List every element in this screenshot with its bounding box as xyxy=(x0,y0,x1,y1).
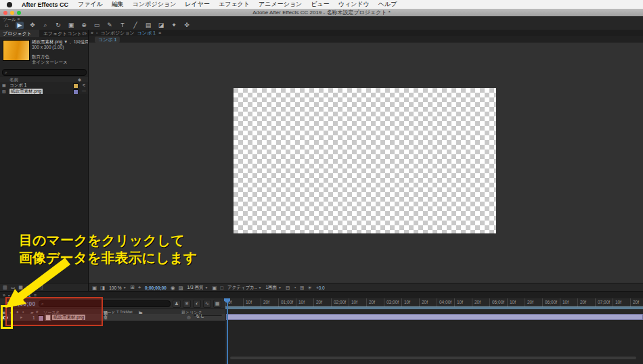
puppet-pin-tool[interactable]: ✜ xyxy=(183,22,191,29)
minimize-window-icon[interactable] xyxy=(10,11,14,15)
snapshot-icon[interactable]: ▣ xyxy=(92,285,97,291)
timeline-header-icons: ♟❄◐∿▦ xyxy=(173,300,221,308)
pan-behind-tool[interactable]: ⊕ xyxy=(80,22,88,29)
tools-panel: ツール ≡ ⌂▶✥⌕↻▣⊕▭✎T╱▤◪✦✜ xyxy=(0,16,643,30)
panel-menu-icon[interactable]: ≡ xyxy=(158,30,161,35)
footage-usage[interactable]: ▼ 、1回使用 xyxy=(64,39,89,44)
parent-pickwhip-icon[interactable]: ◎ xyxy=(187,315,191,320)
project-row-comp[interactable]: ▦ コンポ 1 ⚟ xyxy=(0,82,88,88)
footage-info: 紙吹雪素材.png ▼ 、1回使用 300 x 300 (1.00) 数百万色 … xyxy=(32,39,89,65)
ruler-tick-label: 20f xyxy=(316,300,322,304)
exposure-value[interactable]: +0.0 xyxy=(316,286,325,290)
ruler-tick-label: 05;00f xyxy=(492,300,504,304)
frame-blend-icon[interactable]: ❄ xyxy=(183,300,191,308)
parent-select[interactable]: なし▼ xyxy=(194,315,222,316)
delete-icon[interactable]: ▯ xyxy=(41,285,43,290)
show-snapshot-icon[interactable]: ◨ xyxy=(100,285,105,291)
camera-view-select[interactable]: アクティブカ..▼ xyxy=(227,285,261,291)
target-icon[interactable]: ⌖ xyxy=(138,284,141,291)
ruler-grid-icon[interactable]: ⊞ xyxy=(131,284,135,291)
menu-item[interactable]: ウィンドウ xyxy=(338,0,370,9)
playhead-line[interactable] xyxy=(227,298,228,364)
selection-tool[interactable]: ▶ xyxy=(16,22,24,29)
hand-tool[interactable]: ✥ xyxy=(28,22,37,29)
project-search-input[interactable]: ⌕ xyxy=(2,69,87,76)
panel-chevron-icon[interactable]: » xyxy=(91,30,93,35)
menu-item[interactable]: ファイル xyxy=(78,0,103,9)
project-row-footage[interactable]: ▧ 紙吹雪素材.png — xyxy=(0,88,88,94)
lock-icon[interactable]: ▫ xyxy=(96,30,97,35)
png-file-icon: ▧ xyxy=(2,89,6,93)
more-tabs-chevron-icon[interactable]: » xyxy=(84,31,87,36)
pen-tool[interactable]: ✎ xyxy=(106,22,114,29)
menu-item[interactable]: エフェクト xyxy=(219,0,250,9)
tab-project[interactable]: プロジェクト ≡ xyxy=(0,30,39,37)
roi-icon[interactable]: ▣ xyxy=(212,285,217,291)
rotation-tool[interactable]: ↻ xyxy=(54,22,62,29)
transparency-grid-icon[interactable]: □ xyxy=(220,285,223,291)
ruler-tick-label: 10f xyxy=(615,300,621,304)
ruler-tick-label: 20f xyxy=(263,300,269,304)
graph-editor-icon[interactable]: ∿ xyxy=(203,300,211,308)
tab-effect-controls[interactable]: エフェクトコントロール xyxy=(43,30,84,37)
view-layout-select[interactable]: 1画面▼ xyxy=(265,285,282,291)
apple-menu-icon[interactable] xyxy=(7,2,12,7)
menu-items: ファイル編集コンポジションレイヤーエフェクトアニメーションビューウィンドウヘルプ xyxy=(78,0,397,9)
shy-icon[interactable]: ♟ xyxy=(173,300,181,308)
brush-tool[interactable]: ╱ xyxy=(131,22,139,29)
ruler-tick-label: 20f xyxy=(580,300,586,304)
project-search-row: ⌕ xyxy=(0,68,88,76)
ruler-tick-label: 20f xyxy=(422,300,428,304)
magnification-select[interactable]: 100 %▼ xyxy=(109,286,126,290)
layer-duration-bar[interactable] xyxy=(226,314,643,320)
app-menu[interactable]: After Effects CC xyxy=(22,1,68,8)
motion-blur-icon[interactable]: ◐ xyxy=(193,300,201,308)
new-folder-icon[interactable]: ▭ xyxy=(11,285,16,290)
flowchart-icon[interactable]: ⊞ xyxy=(300,285,304,291)
ruler-tick-label: 20f xyxy=(633,300,639,304)
composition-tab-name[interactable]: コンポ 1 xyxy=(137,30,156,37)
menu-item[interactable]: レイヤー xyxy=(185,0,210,9)
tab-composition[interactable]: コンポジション xyxy=(100,30,134,37)
show-channel-icon[interactable]: ▨ xyxy=(178,285,183,291)
shape-tool[interactable]: ▭ xyxy=(93,22,101,29)
interpret-footage-icon[interactable]: ▥ xyxy=(3,285,7,290)
camera-tool[interactable]: ▣ xyxy=(67,22,75,29)
eraser-tool[interactable]: ◪ xyxy=(157,22,165,29)
ruler-tick-label: 10f xyxy=(351,300,357,304)
bit-depth-label[interactable]: 8 bpc xyxy=(26,286,37,290)
footage-filename: 紙吹雪素材.png xyxy=(32,39,62,44)
clone-stamp-tool[interactable]: ▤ xyxy=(144,22,152,29)
menu-item[interactable]: コンポジション xyxy=(133,0,176,9)
roto-brush-tool[interactable]: ✦ xyxy=(170,22,178,29)
preview-timecode[interactable]: 0;00;00;00 xyxy=(145,286,167,290)
new-composition-icon[interactable]: ▦ xyxy=(18,285,23,290)
comp-mini-icon: ⚟ xyxy=(83,83,86,87)
zoom-window-icon[interactable] xyxy=(17,11,21,15)
menu-item[interactable]: 編集 xyxy=(112,0,124,9)
home-icon[interactable]: ⌂ xyxy=(3,22,11,29)
menu-item[interactable]: アニメーション xyxy=(259,0,302,9)
ruler-tick-label: 10f xyxy=(404,300,410,304)
timeline-button-icon[interactable]: ◔ xyxy=(293,285,296,291)
window-controls xyxy=(3,11,21,15)
camera-snapshot-icon[interactable]: ◉ xyxy=(171,285,175,291)
menu-item[interactable]: ビュー xyxy=(311,0,329,9)
ruler-tick-label: 03;00f xyxy=(386,300,399,304)
ruler-tick-label: 10f xyxy=(562,300,569,304)
zoom-tool[interactable]: ⌕ xyxy=(41,22,49,29)
close-window-icon[interactable] xyxy=(3,11,7,15)
draft-3d-icon[interactable]: ▦ xyxy=(213,300,221,308)
ruler-tick-label: 20f xyxy=(527,300,533,304)
reset-exposure-icon[interactable]: ☀ xyxy=(307,285,312,291)
timeline-track-area-top xyxy=(225,309,643,314)
pixel-aspect-icon[interactable]: ⊟ xyxy=(286,285,290,291)
type-tool[interactable]: T xyxy=(118,22,127,29)
timeline-horizontal-scrollbar[interactable] xyxy=(230,357,636,359)
menu-item[interactable]: ヘルプ xyxy=(378,0,397,9)
ruler-tick-label: 10f xyxy=(298,300,305,304)
panel-menu-icon[interactable]: ≡ xyxy=(18,17,20,22)
resolution-select[interactable]: 1/3 画質▼ xyxy=(187,285,208,291)
ruler-tick-label: 10f xyxy=(246,300,252,304)
comp-navigator-tab[interactable]: コンポ 1 xyxy=(95,37,120,43)
